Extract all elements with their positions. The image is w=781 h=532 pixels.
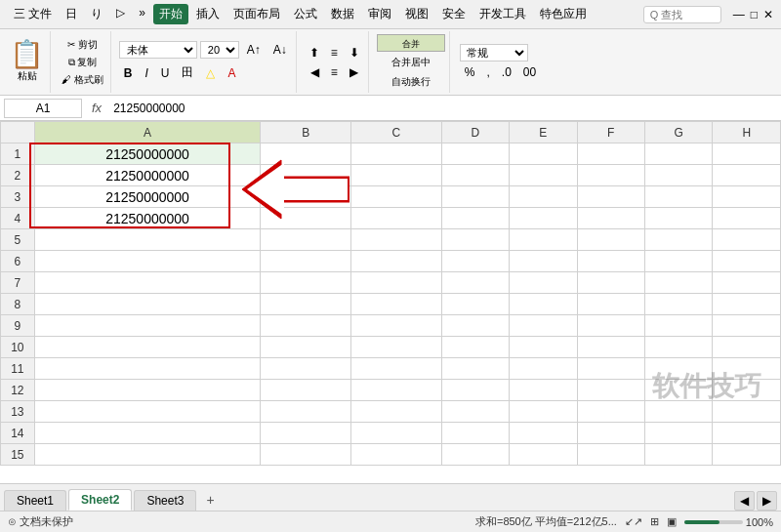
cell-b2[interactable]	[261, 165, 351, 186]
cell-e1[interactable]	[510, 143, 577, 165]
maximize-icon[interactable]: □	[751, 8, 758, 21]
fill-color-button[interactable]: △	[201, 64, 220, 82]
row-number-1[interactable]: 1	[1, 143, 35, 165]
cell-g10[interactable]	[644, 337, 712, 358]
cell-d7[interactable]	[441, 272, 509, 294]
decimal-inc-button[interactable]: .0	[497, 63, 516, 81]
cell-d11[interactable]	[441, 358, 509, 380]
merge-center-button[interactable]: 合并居中	[387, 54, 435, 71]
underline-button[interactable]: U	[156, 64, 175, 82]
cell-f2[interactable]	[577, 165, 644, 186]
italic-button[interactable]: I	[140, 64, 152, 82]
row-number-4[interactable]: 4	[1, 208, 35, 229]
cell-h5[interactable]	[713, 229, 781, 251]
row-number-7[interactable]: 7	[1, 272, 35, 294]
cell-h2[interactable]	[713, 165, 781, 186]
cell-b6[interactable]	[261, 251, 351, 272]
row-number-12[interactable]: 12	[1, 380, 35, 401]
cell-h13[interactable]	[713, 401, 781, 423]
cell-e10[interactable]	[510, 337, 577, 358]
cell-g8[interactable]	[644, 294, 712, 315]
row-number-8[interactable]: 8	[1, 294, 35, 315]
cell-h7[interactable]	[713, 272, 781, 294]
row-number-15[interactable]: 15	[1, 444, 35, 466]
menu-developer[interactable]: 开发工具	[473, 4, 532, 24]
cell-h14[interactable]	[713, 423, 781, 444]
sheet-tab-sheet3[interactable]: Sheet3	[134, 490, 196, 511]
cell-g11[interactable]	[644, 358, 712, 380]
cell-h8[interactable]	[713, 294, 781, 315]
cell-c8[interactable]	[350, 294, 441, 315]
cell-a4[interactable]: 21250000000	[34, 208, 261, 229]
cell-d6[interactable]	[441, 251, 509, 272]
cell-a14[interactable]	[34, 423, 261, 444]
cell-h9[interactable]	[713, 315, 781, 337]
cell-g13[interactable]	[644, 401, 712, 423]
auto-wrap-button[interactable]: 自动换行	[387, 73, 435, 91]
cell-a11[interactable]	[34, 358, 261, 380]
cell-a7[interactable]	[34, 272, 261, 294]
cell-f15[interactable]	[577, 444, 644, 466]
col-header-f[interactable]: F	[577, 122, 644, 143]
cell-d8[interactable]	[441, 294, 509, 315]
menu-data[interactable]: 数据	[325, 4, 360, 24]
row-number-5[interactable]: 5	[1, 229, 35, 251]
col-header-a[interactable]: A	[34, 122, 261, 143]
cell-b7[interactable]	[261, 272, 351, 294]
cell-d12[interactable]	[441, 380, 509, 401]
cell-g9[interactable]	[644, 315, 712, 337]
cell-a13[interactable]	[34, 401, 261, 423]
cell-g3[interactable]	[644, 186, 712, 208]
align-left-button[interactable]: ◀	[306, 63, 324, 81]
number-format-select[interactable]: 常规	[460, 44, 528, 61]
sheet-tab-sheet1[interactable]: Sheet1	[4, 490, 66, 511]
cell-d10[interactable]	[441, 337, 509, 358]
cell-c14[interactable]	[350, 423, 441, 444]
cell-a6[interactable]	[34, 251, 261, 272]
cell-c6[interactable]	[350, 251, 441, 272]
cell-a1[interactable]: 21250000000	[34, 143, 261, 165]
row-number-3[interactable]: 3	[1, 186, 35, 208]
close-icon[interactable]: ✕	[763, 8, 773, 21]
cell-d1[interactable]	[441, 143, 509, 165]
cell-d9[interactable]	[441, 315, 509, 337]
cell-b3[interactable]	[261, 186, 351, 208]
cell-e7[interactable]	[510, 272, 577, 294]
cell-b4[interactable]	[261, 208, 351, 229]
sheet-nav-right[interactable]: ▶	[757, 491, 777, 511]
border-button[interactable]: 田	[177, 62, 198, 83]
col-header-d[interactable]: D	[441, 122, 509, 143]
cell-d13[interactable]	[441, 401, 509, 423]
menu-undo[interactable]: 日	[60, 4, 83, 24]
cell-d3[interactable]	[441, 186, 509, 208]
align-top-button[interactable]: ⬆	[305, 44, 324, 61]
expand-view-icon[interactable]: ↙↗	[625, 515, 642, 528]
cell-b1[interactable]	[261, 143, 351, 165]
cell-h11[interactable]	[713, 358, 781, 380]
cell-name-box[interactable]	[4, 99, 82, 118]
cell-c10[interactable]	[350, 337, 441, 358]
cell-g7[interactable]	[644, 272, 712, 294]
cell-c13[interactable]	[350, 401, 441, 423]
cell-f9[interactable]	[577, 315, 644, 337]
cell-a3[interactable]: 21250000000	[34, 186, 261, 208]
cell-d15[interactable]	[441, 444, 509, 466]
font-size-select[interactable]: 20	[200, 41, 239, 59]
font-name-select[interactable]: 未体	[119, 41, 197, 59]
cell-g12[interactable]	[644, 380, 712, 401]
minimize-icon[interactable]: —	[733, 8, 745, 21]
menu-insert[interactable]: 插入	[190, 4, 226, 24]
row-number-13[interactable]: 13	[1, 401, 35, 423]
cell-f6[interactable]	[577, 251, 644, 272]
align-middle-button[interactable]: ≡	[326, 44, 343, 61]
decrease-font-button[interactable]: A↓	[268, 41, 292, 59]
col-header-h[interactable]: H	[713, 122, 781, 143]
cell-e3[interactable]	[510, 186, 577, 208]
align-right-button[interactable]: ▶	[345, 63, 363, 81]
paste-icon[interactable]: 📋	[10, 41, 44, 68]
menu-forward[interactable]: ▷	[110, 4, 131, 24]
menu-file[interactable]: 三 文件	[8, 4, 58, 24]
cell-b5[interactable]	[261, 229, 351, 251]
cell-h12[interactable]	[713, 380, 781, 401]
cell-g5[interactable]	[644, 229, 712, 251]
